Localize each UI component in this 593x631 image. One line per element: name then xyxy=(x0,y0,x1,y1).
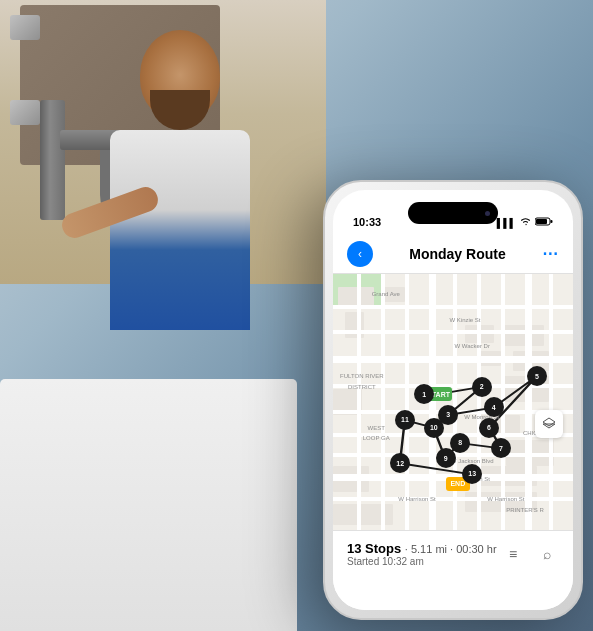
map-pin-9: 9 xyxy=(436,448,456,468)
more-button[interactable]: ⋯ xyxy=(542,244,559,263)
map-pin-10: 10 xyxy=(424,418,444,438)
signal-icon: ▌▌▌ xyxy=(497,218,516,228)
street-label-harrison-l: W Harrison St xyxy=(398,496,435,502)
route-line xyxy=(333,274,573,530)
phone-frame: 10:33 ▌▌▌ xyxy=(323,180,583,620)
street-label-harrison-r: W Harrison St xyxy=(487,496,524,502)
map-pin-7: 7 xyxy=(491,438,511,458)
map-pin-13: 13 xyxy=(462,464,482,484)
nav-title: Monday Route xyxy=(409,246,505,262)
map-background: Grand Ave W Kinzie St W Wacker Dr FULTON… xyxy=(333,274,573,530)
map-layer-button[interactable] xyxy=(535,410,563,438)
person-body xyxy=(110,130,250,330)
map-pin-4: 4 xyxy=(484,397,504,417)
svg-rect-2 xyxy=(536,219,547,224)
distance-label: · 5.11 mi · 00:30 hr xyxy=(405,543,497,555)
menu-icon[interactable]: ≡ xyxy=(501,542,525,566)
map-pin-8: 8 xyxy=(450,433,470,453)
nav-bar: ‹ Monday Route ⋯ xyxy=(333,234,573,274)
status-time: 10:33 xyxy=(353,216,381,228)
map-pin-5: 5 xyxy=(527,366,547,386)
started-label: Started 10:32 am xyxy=(347,556,497,567)
phone-device: 10:33 ▌▌▌ xyxy=(323,180,583,620)
battery-icon xyxy=(535,217,553,228)
map-pin-11: 11 xyxy=(395,410,415,430)
street-label-grand: Grand Ave xyxy=(372,291,400,297)
dynamic-island xyxy=(408,202,498,224)
stops-count-label: 13 Stops xyxy=(347,541,401,556)
back-button[interactable]: ‹ xyxy=(347,241,373,267)
svg-rect-1 xyxy=(551,220,553,223)
map-pin-12: 12 xyxy=(390,453,410,473)
district-label-fulton: FULTON RIVER xyxy=(340,373,383,379)
stops-info: 13 Stops · 5.11 mi · 00:30 hr Started 10… xyxy=(347,541,497,567)
bottom-icons: ≡ ⌕ xyxy=(501,542,559,566)
district-label-fulton2: DISTRICT xyxy=(348,384,376,390)
di-camera-dot xyxy=(485,211,490,216)
map-area[interactable]: Grand Ave W Kinzie St W Wacker Dr FULTON… xyxy=(333,274,573,530)
cabinet-bottom xyxy=(0,379,297,631)
street-label-wacker: W Wacker Dr xyxy=(454,343,489,349)
street-label-kinzie: W Kinzie St xyxy=(449,317,480,323)
district-label-printers: PRINTER'S R xyxy=(506,507,543,513)
phone-screen: 10:33 ▌▌▌ xyxy=(333,190,573,610)
bottom-bar: 13 Stops · 5.11 mi · 00:30 hr Started 10… xyxy=(333,530,573,610)
status-icons: ▌▌▌ xyxy=(497,217,553,228)
map-pin-2: 2 xyxy=(472,377,492,397)
wifi-icon xyxy=(520,217,531,228)
map-pin-6: 6 xyxy=(479,418,499,438)
bottom-info-row: 13 Stops · 5.11 mi · 00:30 hr Started 10… xyxy=(347,541,559,567)
stops-count: 13 Stops · 5.11 mi · 00:30 hr xyxy=(347,541,497,556)
district-label-west: WEST xyxy=(368,425,385,431)
map-pin-1: 1 xyxy=(414,384,434,404)
district-label-loop: LOOP GA xyxy=(363,435,390,441)
search-icon[interactable]: ⌕ xyxy=(535,542,559,566)
pipe-vertical xyxy=(40,100,65,220)
